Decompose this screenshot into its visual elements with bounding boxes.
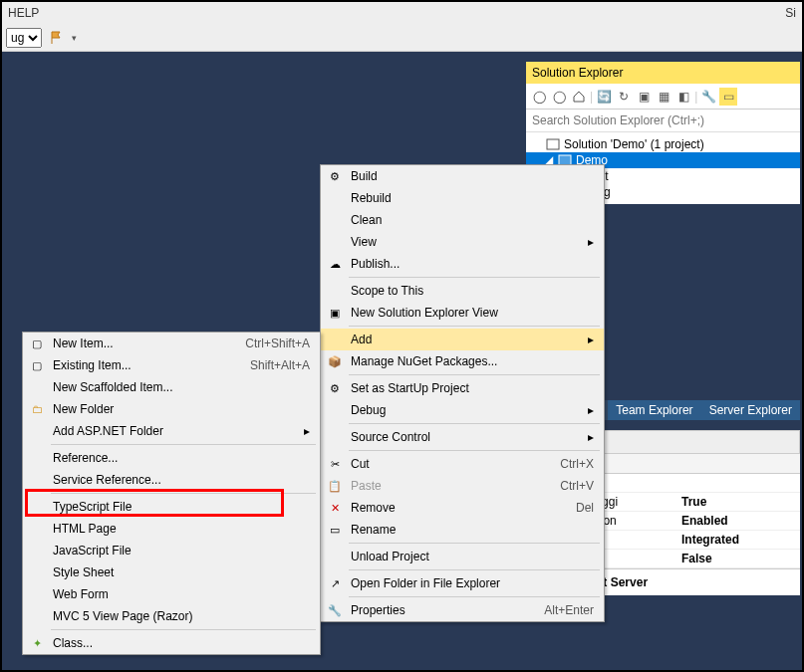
- properties-icon[interactable]: ◧: [674, 88, 692, 106]
- build-icon: ⚙: [327, 168, 343, 184]
- submenu-arrow-icon: ▸: [588, 235, 594, 249]
- ctx-add-html-page[interactable]: HTML Page: [23, 518, 320, 540]
- submenu-arrow-icon: ▸: [588, 333, 594, 346]
- ctx-open-folder[interactable]: ↗Open Folder in File Explorer: [321, 572, 604, 594]
- ctx-add-new-folder[interactable]: 🗀New Folder: [23, 398, 320, 420]
- tree-solution-root[interactable]: Solution 'Demo' (1 project): [526, 136, 800, 152]
- ctx-paste: 📋PasteCtrl+V: [321, 475, 604, 497]
- wrench-icon: 🔧: [327, 602, 343, 618]
- ctx-add-web-form[interactable]: Web Form: [23, 583, 320, 605]
- submenu-arrow-icon: ▸: [588, 403, 594, 417]
- ctx-add-reference[interactable]: Reference...: [23, 447, 320, 469]
- ctx-publish[interactable]: ☁Publish...: [321, 253, 604, 275]
- ctx-remove[interactable]: ✕RemoveDel: [321, 497, 604, 519]
- paste-icon: 📋: [327, 478, 343, 494]
- publish-icon: ☁: [327, 256, 343, 272]
- rename-icon: ▭: [327, 522, 343, 538]
- preview-icon[interactable]: ▭: [719, 88, 737, 106]
- ctx-add-scaffolded[interactable]: New Scaffolded Item...: [23, 376, 320, 398]
- ctx-build[interactable]: ⚙Build: [321, 165, 604, 187]
- refresh-icon[interactable]: ↻: [615, 88, 633, 106]
- ctx-clean[interactable]: Clean: [321, 209, 604, 231]
- solution-explorer-title: Solution Explorer: [526, 62, 800, 84]
- flag-icon: [50, 31, 64, 45]
- ctx-add[interactable]: Add▸: [321, 329, 604, 350]
- ctx-add-style-sheet[interactable]: Style Sheet: [23, 561, 320, 583]
- remove-icon: ✕: [327, 500, 343, 516]
- config-combo[interactable]: ug: [6, 28, 42, 48]
- startup-icon: ⚙: [327, 380, 343, 396]
- ctx-debug[interactable]: Debug▸: [321, 399, 604, 421]
- ctx-add-aspnet-folder[interactable]: Add ASP.NET Folder▸: [23, 420, 320, 442]
- ctx-add-new-item[interactable]: ▢New Item...Ctrl+Shift+A: [23, 333, 320, 354]
- ctx-source-control[interactable]: Source Control▸: [321, 426, 604, 448]
- solution-icon: [546, 138, 560, 150]
- folder-icon: 🗀: [29, 401, 45, 417]
- nuget-icon: 📦: [327, 353, 343, 369]
- ctx-cut[interactable]: ✂CutCtrl+X: [321, 453, 604, 475]
- home-icon[interactable]: [570, 88, 588, 106]
- ctx-add-typescript-file[interactable]: TypeScript File: [23, 496, 320, 518]
- toolwindow-tabs: r Team Explorer Server Explorer: [588, 400, 800, 420]
- new-item-icon: ▢: [29, 336, 45, 351]
- ctx-nuget[interactable]: 📦Manage NuGet Packages...: [321, 350, 604, 372]
- open-folder-icon: ↗: [327, 575, 343, 591]
- svg-rect-0: [547, 139, 559, 149]
- ctx-startup[interactable]: ⚙Set as StartUp Project: [321, 377, 604, 399]
- ctx-properties[interactable]: 🔧PropertiesAlt+Enter: [321, 599, 604, 621]
- back-icon[interactable]: ◯: [530, 88, 548, 106]
- ctx-unload[interactable]: Unload Project: [321, 546, 604, 567]
- forward-icon[interactable]: ◯: [550, 88, 568, 106]
- ctx-scope[interactable]: Scope to This: [321, 280, 604, 302]
- new-view-icon: ▣: [327, 305, 343, 321]
- collapse-icon[interactable]: ▣: [635, 88, 653, 106]
- toolbar: ug ▾: [2, 24, 802, 52]
- sync-icon[interactable]: 🔄: [595, 88, 613, 106]
- dropdown-indicator: ▾: [72, 33, 77, 43]
- ctx-new-view[interactable]: ▣New Solution Explorer View: [321, 302, 604, 324]
- wrench-icon[interactable]: 🔧: [699, 88, 717, 106]
- cut-icon: ✂: [327, 456, 343, 472]
- submenu-arrow-icon: ▸: [304, 424, 310, 438]
- ctx-add-existing-item[interactable]: ▢Existing Item...Shift+Alt+A: [23, 354, 320, 376]
- solution-explorer-toolbar: ◯ ◯ | 🔄 ↻ ▣ ▦ ◧ | 🔧 ▭: [526, 84, 800, 110]
- ctx-rename[interactable]: ▭Rename: [321, 519, 604, 541]
- menu-right-trunc: Si: [785, 6, 796, 20]
- submenu-arrow-icon: ▸: [588, 430, 594, 444]
- existing-item-icon: ▢: [29, 357, 45, 373]
- context-menu-add: ▢New Item...Ctrl+Shift+A ▢Existing Item.…: [22, 332, 321, 655]
- show-all-icon[interactable]: ▦: [655, 88, 672, 106]
- menu-help[interactable]: HELP: [8, 6, 39, 20]
- toolbar-button[interactable]: [46, 27, 68, 49]
- search-input[interactable]: [526, 110, 800, 132]
- ctx-add-service-reference[interactable]: Service Reference...: [23, 469, 320, 491]
- tab-team-explorer[interactable]: Team Explorer: [608, 400, 700, 420]
- ctx-add-class[interactable]: ✦Class...: [23, 632, 320, 654]
- class-icon: ✦: [29, 635, 45, 651]
- ctx-view[interactable]: View▸: [321, 231, 604, 253]
- tab-server-explorer[interactable]: Server Explorer: [701, 400, 800, 420]
- ctx-rebuild[interactable]: Rebuild: [321, 187, 604, 209]
- ctx-add-mvc-view[interactable]: MVC 5 View Page (Razor): [23, 605, 320, 627]
- context-menu-project: ⚙Build Rebuild Clean View▸ ☁Publish... S…: [320, 164, 605, 622]
- menubar: HELP Si: [2, 2, 802, 24]
- ctx-add-js-file[interactable]: JavaScript File: [23, 540, 320, 561]
